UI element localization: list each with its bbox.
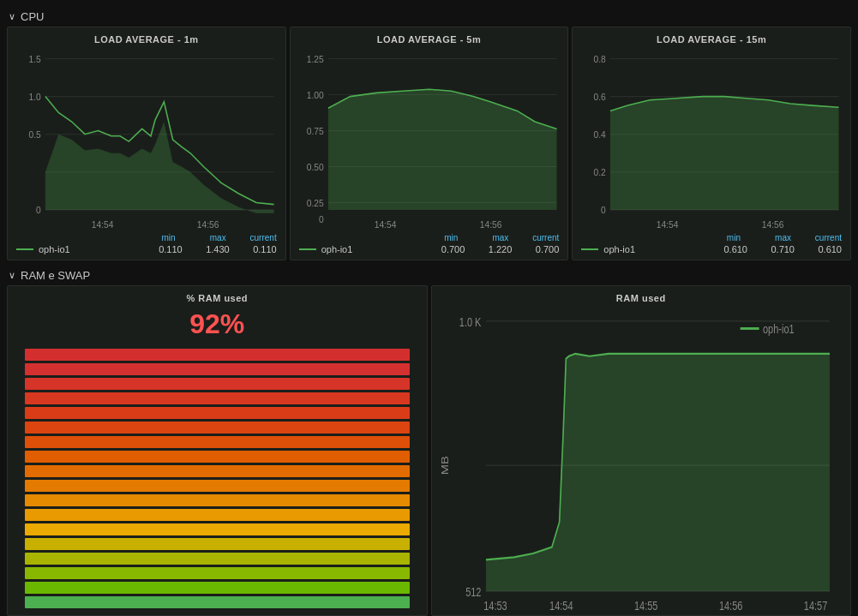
bargauge-bar-13: [25, 538, 410, 550]
load-5m-max-val: 1.220: [465, 244, 512, 254]
load-15m-svg: 0.8 0.6 0.4 0.2 0 14:54 14:56: [579, 50, 843, 230]
bargauge-bar-2: [25, 378, 410, 390]
bargauge-bar-3: [25, 392, 410, 404]
ram-used-card: RAM used 1.0 K 512 MB 14:53 14:54: [431, 285, 852, 616]
svg-marker-25: [328, 89, 557, 210]
load-1m-legend-name: oph-io1: [39, 244, 135, 254]
load-5m-current-label: current: [512, 233, 559, 242]
load-1m-svg: 1.5 1.0 0.5 0 14:54 14:56: [15, 50, 279, 230]
bargauge-value: 92%: [189, 308, 244, 340]
svg-text:0.25: 0.25: [306, 199, 323, 208]
svg-text:0: 0: [319, 214, 324, 224]
ram-used-svg: 1.0 K 512 MB 14:53 14:54 14:55 14:56 14:…: [439, 308, 844, 610]
svg-text:0.75: 0.75: [306, 127, 323, 136]
load-15m-legend-name: oph-io1: [603, 244, 700, 254]
svg-text:0.50: 0.50: [306, 163, 323, 172]
load-15m-min-label: min: [693, 233, 741, 242]
load-15m-legend-line: [581, 248, 598, 250]
load-1m-current-val: 0.110: [230, 244, 277, 254]
svg-text:14:55: 14:55: [634, 598, 657, 610]
svg-text:0.4: 0.4: [594, 130, 606, 140]
bargauge-bar-0: [25, 349, 410, 361]
svg-marker-38: [610, 97, 839, 210]
load-5m-legend-name: oph-io1: [321, 244, 418, 254]
svg-text:14:57: 14:57: [803, 598, 826, 610]
load-15m-card: LOAD AVERAGE - 15m 0.8 0.6 0.4 0.2 0 14:…: [572, 27, 851, 260]
dashboard: ∨ CPU LOAD AVERAGE - 1m 1.5: [0, 0, 858, 616]
svg-text:1.0: 1.0: [29, 93, 41, 102]
load-1m-card: LOAD AVERAGE - 1m 1.5 1.0 0.5 0: [7, 27, 286, 260]
load-1m-chart-area: 1.5 1.0 0.5 0 14:54 14:56: [15, 50, 279, 230]
bargauge-bar-10: [25, 494, 410, 506]
load-15m-min-val: 0.610: [700, 244, 747, 254]
load-5m-min-val: 0.700: [417, 244, 465, 254]
ram-section: ∨ RAM e SWAP % RAM used 92%: [7, 266, 851, 616]
load-1m-max-label: max: [179, 233, 226, 242]
svg-text:14:54: 14:54: [92, 220, 114, 230]
svg-text:512: 512: [465, 584, 481, 599]
bargauge-bar-6: [25, 436, 410, 448]
svg-text:1.25: 1.25: [306, 55, 323, 64]
ram-charts-grid: % RAM used 92%: [7, 285, 851, 616]
load-15m-title: LOAD AVERAGE - 15m: [579, 34, 843, 45]
bargauge-bar-1: [25, 363, 410, 375]
ram-section-title: RAM e SWAP: [21, 269, 90, 282]
load-5m-card: LOAD AVERAGE - 5m 1.25 1.00 0.75 0.50 0.…: [290, 27, 569, 260]
bargauge-bar-4: [25, 407, 410, 419]
bargauge-bar-15: [25, 567, 410, 579]
ram-used-title: RAM used: [439, 293, 844, 303]
load-15m-chart-area: 0.8 0.6 0.4 0.2 0 14:54 14:56: [579, 50, 843, 230]
ram-section-header[interactable]: ∨ RAM e SWAP: [7, 266, 851, 285]
cpu-section-title: CPU: [21, 10, 44, 23]
svg-text:MB: MB: [439, 456, 450, 475]
cpu-charts-grid: LOAD AVERAGE - 1m 1.5 1.0 0.5 0: [7, 27, 851, 260]
load-5m-min-label: min: [411, 233, 458, 242]
load-1m-min-label: min: [129, 233, 176, 242]
svg-text:1.5: 1.5: [29, 55, 41, 64]
svg-text:14:56: 14:56: [762, 220, 784, 230]
bargauge-bar-8: [25, 465, 410, 477]
cpu-chevron-icon: ∨: [9, 11, 15, 22]
bargauge-bars: [25, 349, 410, 608]
load-5m-max-label: max: [461, 233, 508, 242]
svg-text:0.5: 0.5: [29, 130, 41, 140]
bargauge-bar-7: [25, 451, 410, 463]
svg-text:0: 0: [36, 206, 41, 215]
load-1m-legend-line: [16, 248, 33, 250]
svg-marker-50: [485, 354, 829, 591]
svg-text:14:54: 14:54: [657, 220, 679, 230]
load-15m-legend: min max current oph-io1 0.610 0.710 0.61…: [579, 233, 843, 254]
load-1m-title: LOAD AVERAGE - 1m: [15, 34, 279, 45]
load-1m-legend: min max current oph-io1 0.110 1.430 0.11…: [15, 233, 279, 254]
bargauge-bar-16: [25, 582, 410, 594]
load-5m-chart-area: 1.25 1.00 0.75 0.50 0.25 0 14:54 14:56: [297, 50, 561, 230]
bargauge-bar-14: [25, 553, 410, 565]
load-15m-current-label: current: [795, 233, 842, 242]
svg-text:oph-io1: oph-io1: [763, 322, 795, 337]
svg-text:0: 0: [601, 206, 606, 215]
load-15m-current-val: 0.610: [795, 244, 842, 254]
svg-text:14:56: 14:56: [479, 220, 501, 230]
cpu-section: ∨ CPU LOAD AVERAGE - 1m 1.5: [7, 7, 851, 260]
cpu-section-header[interactable]: ∨ CPU: [7, 7, 851, 27]
load-5m-title: LOAD AVERAGE - 5m: [297, 34, 561, 45]
bargauge-bar-12: [25, 523, 410, 535]
svg-text:0.8: 0.8: [594, 55, 606, 64]
svg-text:14:53: 14:53: [483, 598, 507, 610]
load-5m-legend-line: [299, 248, 316, 250]
svg-marker-11: [45, 122, 274, 213]
load-15m-max-val: 0.710: [747, 244, 795, 254]
svg-text:14:54: 14:54: [549, 598, 573, 610]
svg-text:14:56: 14:56: [197, 220, 219, 230]
svg-text:1.0 K: 1.0 K: [459, 314, 481, 329]
bargauge-bar-11: [25, 509, 410, 521]
load-1m-max-val: 1.430: [183, 244, 230, 254]
bargauge-bar-17: [25, 596, 410, 608]
svg-text:14:56: 14:56: [718, 598, 741, 610]
bargauge-bar-5: [25, 422, 410, 434]
load-1m-current-label: current: [230, 233, 277, 242]
ram-used-chart-area: 1.0 K 512 MB 14:53 14:54 14:55 14:56 14:…: [439, 308, 844, 610]
load-5m-svg: 1.25 1.00 0.75 0.50 0.25 0 14:54 14:56: [297, 50, 561, 230]
load-5m-current-val: 0.700: [512, 244, 559, 254]
svg-text:14:54: 14:54: [374, 220, 396, 230]
